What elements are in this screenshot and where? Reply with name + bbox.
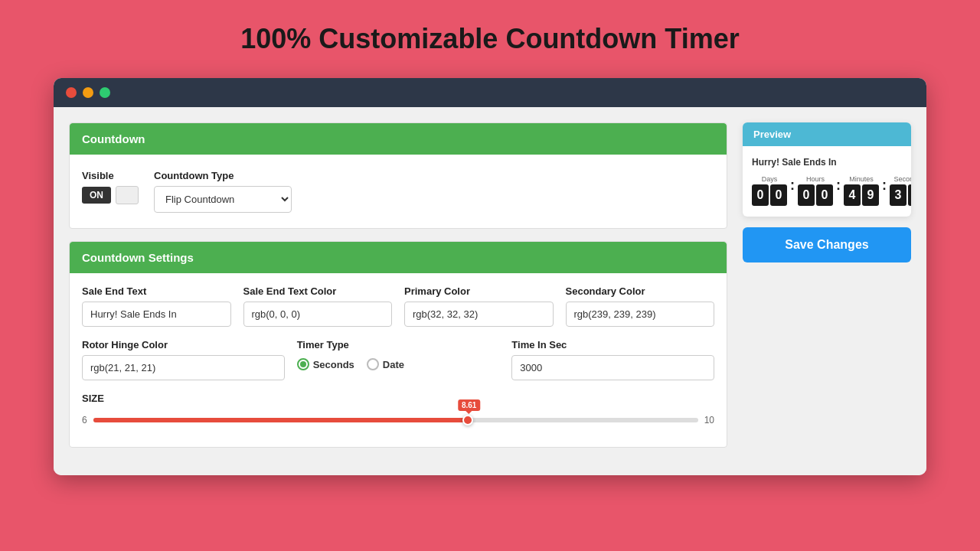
- days-digit-1: 0: [752, 184, 769, 206]
- minutes-digits: 4 9: [844, 184, 879, 206]
- slider-container: 8.61: [93, 409, 698, 432]
- preview-card: Preview Hurry! Sale Ends In Days 0 0: [743, 122, 911, 217]
- flip-timer: Days 0 0 : Hours 0 0: [752, 175, 902, 206]
- rotor-hinge-label: Rotor Hinge Color: [82, 339, 285, 350]
- radio-seconds-icon[interactable]: [297, 358, 309, 370]
- dot-red-icon[interactable]: [66, 87, 77, 98]
- visible-label: Visible: [82, 170, 139, 181]
- minutes-digit-1: 4: [844, 184, 861, 206]
- colon-3: :: [882, 178, 887, 204]
- minutes-digit-2: 9: [862, 184, 879, 206]
- timer-type-radio-group: Seconds Date: [297, 355, 500, 370]
- slider-row: 6 8.61 10: [82, 409, 714, 432]
- radio-seconds-label[interactable]: Seconds: [297, 358, 354, 370]
- visible-toggle[interactable]: ON: [82, 186, 139, 204]
- color-fields-grid: Sale End Text Sale End Text Color Primar…: [70, 273, 727, 339]
- radio-date-text: Date: [383, 359, 404, 370]
- dot-yellow-icon[interactable]: [83, 87, 93, 98]
- slider-wrapper: 8.61: [93, 409, 698, 432]
- countdown-section: Countdown Visible ON Cou: [69, 122, 727, 229]
- colon-2: :: [836, 178, 841, 204]
- seconds-unit: Seconds 3 6: [890, 175, 911, 206]
- countdown-type-label: Countdown Type: [154, 170, 292, 181]
- save-changes-button[interactable]: Save Changes: [743, 227, 911, 262]
- rotor-hinge-input[interactable]: [82, 355, 285, 380]
- time-in-sec-field: Time In Sec: [511, 339, 714, 380]
- browser-bar: [54, 78, 926, 107]
- dot-green-icon[interactable]: [100, 87, 110, 98]
- preview-header: Preview: [743, 122, 911, 146]
- right-panel: Preview Hurry! Sale Ends In Days 0 0: [743, 122, 911, 460]
- primary-color-label: Primary Color: [404, 285, 554, 297]
- minutes-label: Minutes: [849, 175, 874, 183]
- preview-text: Hurry! Sale Ends In: [752, 157, 902, 168]
- size-min: 6: [82, 415, 87, 425]
- countdown-type-select[interactable]: Flip Countdown Standard Countdown Circle…: [154, 186, 292, 213]
- seconds-digits: 3 6: [890, 184, 911, 206]
- hours-digit-2: 0: [816, 184, 833, 206]
- size-label-row: SIZE: [82, 393, 714, 404]
- countdown-settings-section: Countdown Settings Sale End Text Sale En…: [69, 241, 727, 448]
- sale-end-text-field: Sale End Text: [82, 285, 231, 327]
- days-digit-2: 0: [770, 184, 787, 206]
- slider-fill: [93, 418, 469, 422]
- hours-label: Hours: [806, 175, 825, 183]
- size-label: SIZE: [82, 393, 104, 404]
- primary-color-input[interactable]: [404, 302, 554, 327]
- countdown-section-body: Visible ON Countdown Type Flip Countdown: [70, 155, 727, 228]
- primary-color-field: Primary Color: [404, 285, 554, 327]
- days-unit: Days 0 0: [752, 175, 787, 206]
- timer-type-field: Timer Type Seconds Date: [297, 339, 500, 380]
- sale-end-text-color-input[interactable]: [243, 302, 393, 327]
- second-fields-row: Rotor Hinge Color Timer Type Seconds: [70, 339, 727, 393]
- countdown-settings-header: Countdown Settings: [70, 242, 727, 273]
- slider-track: 8.61: [93, 418, 698, 422]
- toggle-off-space: [116, 186, 139, 204]
- seconds-digit-1: 3: [890, 184, 906, 206]
- sale-end-text-input[interactable]: [82, 302, 231, 327]
- secondary-color-input[interactable]: [566, 302, 715, 327]
- visible-field-group: Visible ON: [82, 170, 139, 204]
- sale-end-text-label: Sale End Text: [82, 285, 231, 297]
- countdown-fields-row: Visible ON Countdown Type Flip Countdown: [82, 170, 714, 213]
- secondary-color-field: Secondary Color: [566, 285, 715, 327]
- radio-date-label[interactable]: Date: [367, 358, 404, 370]
- left-panel: Countdown Visible ON Cou: [69, 122, 727, 460]
- seconds-digit-2: 6: [908, 184, 911, 206]
- browser-window: Countdown Visible ON Cou: [54, 78, 926, 475]
- hours-digits: 0 0: [798, 184, 833, 206]
- slider-thumb[interactable]: 8.61: [462, 415, 473, 425]
- browser-content: Countdown Visible ON Cou: [54, 107, 926, 475]
- time-in-sec-label: Time In Sec: [511, 339, 714, 350]
- size-section: SIZE 6 8.61: [70, 393, 727, 447]
- rotor-hinge-field: Rotor Hinge Color: [82, 339, 285, 380]
- countdown-type-field-group: Countdown Type Flip Countdown Standard C…: [154, 170, 292, 213]
- radio-seconds-text: Seconds: [313, 359, 354, 370]
- days-label: Days: [762, 175, 778, 183]
- preview-body: Hurry! Sale Ends In Days 0 0 :: [743, 146, 911, 217]
- hours-unit: Hours 0 0: [798, 175, 833, 206]
- size-max: 10: [704, 415, 714, 425]
- toggle-on-label[interactable]: ON: [82, 187, 111, 204]
- seconds-label: Seconds: [893, 175, 911, 183]
- page-title: 100% Customizable Countdown Timer: [240, 23, 739, 55]
- hours-digit-1: 0: [798, 184, 815, 206]
- sale-end-text-color-field: Sale End Text Color: [243, 285, 393, 327]
- slider-tooltip: 8.61: [458, 399, 480, 411]
- radio-date-icon[interactable]: [367, 358, 379, 370]
- days-digits: 0 0: [752, 184, 787, 206]
- countdown-section-header: Countdown: [70, 123, 727, 155]
- sale-end-text-color-label: Sale End Text Color: [243, 285, 393, 297]
- timer-type-label: Timer Type: [297, 339, 500, 350]
- time-in-sec-input[interactable]: [511, 355, 714, 380]
- colon-1: :: [790, 178, 795, 204]
- minutes-unit: Minutes 4 9: [844, 175, 879, 206]
- secondary-color-label: Secondary Color: [566, 285, 715, 297]
